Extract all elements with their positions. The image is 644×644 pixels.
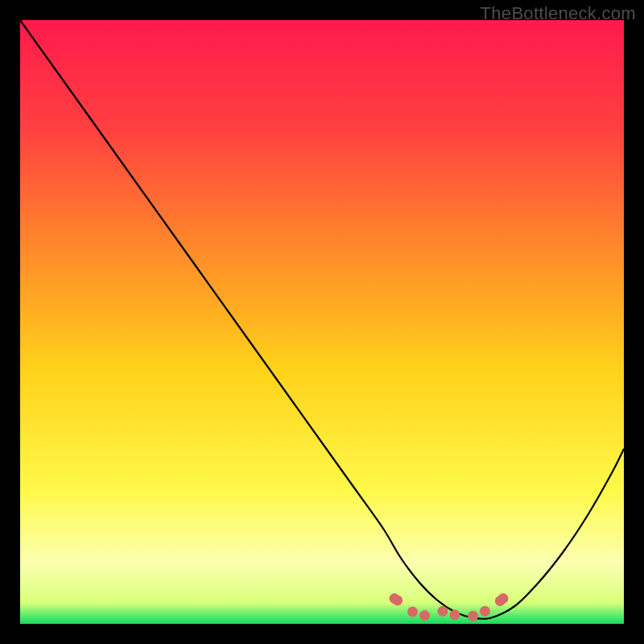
- gradient-background: [20, 20, 624, 624]
- trough-marker: [468, 611, 478, 621]
- trough-marker: [407, 607, 418, 617]
- trough-marker: [450, 609, 460, 620]
- trough-marker: [419, 610, 430, 621]
- watermark-label: TheBottleneck.com: [481, 3, 636, 24]
- trough-marker: [392, 595, 402, 605]
- plot-area: [20, 20, 624, 624]
- plot-svg: [20, 20, 624, 624]
- trough-marker: [438, 606, 448, 617]
- trough-marker: [480, 606, 490, 617]
- trough-marker: [498, 593, 509, 604]
- chart-container: TheBottleneck.com: [0, 0, 644, 644]
